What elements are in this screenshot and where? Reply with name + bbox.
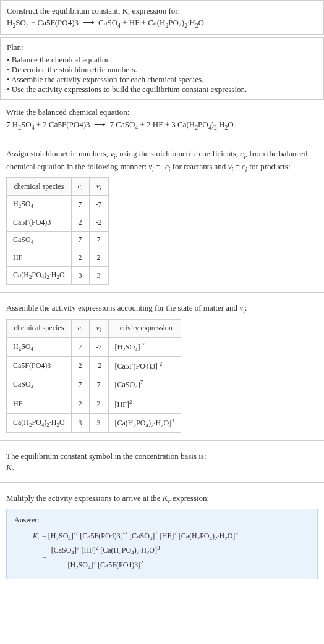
cell-c: 3 xyxy=(71,413,89,432)
kc-expression-line1: Kc = [H2SO4]-7 [Ca5F(PO4)3]-2 [CaSO4]7 [… xyxy=(14,529,310,544)
activity-table: chemical species ci νi activity expressi… xyxy=(6,319,181,433)
cell-v: -7 xyxy=(89,196,108,214)
table-row: CaSO477 xyxy=(7,231,109,249)
kc-expression-line2: = [CaSO4]7 [HF]2 [Ca(H2PO4)2·H2O]3 [H2SO… xyxy=(14,543,310,572)
th-species: chemical species xyxy=(7,319,72,337)
plan-header: Plan: xyxy=(7,43,317,52)
cell-activity: [H2SO4]-7 xyxy=(108,338,181,357)
cell-c: 2 xyxy=(71,249,89,267)
cell-species: Ca(H2PO4)2·H2O xyxy=(7,267,72,285)
plan-list: Balance the chemical equation. Determine… xyxy=(7,55,317,94)
th-species: chemical species xyxy=(7,177,72,195)
answer-label: Answer: xyxy=(14,516,310,525)
divider xyxy=(0,440,324,441)
activity-section: Assemble the activity expressions accoun… xyxy=(0,298,324,435)
cell-activity: [CaSO4]7 xyxy=(108,375,181,395)
table-row: Ca(H2PO4)2·H2O33[Ca(H2PO4)2·H2O]3 xyxy=(7,413,181,432)
cell-c: 2 xyxy=(71,214,89,231)
kc-symbol-line2: Kc xyxy=(6,462,318,474)
table-row: H2SO47-7[H2SO4]-7 xyxy=(7,338,181,357)
cell-c: 2 xyxy=(71,357,89,375)
plan-item: Assemble the activity expression for eac… xyxy=(7,75,317,85)
intro-equation: H2SO4 + Ca5F(PO4)3 ⟶ CaSO4 + HF + Ca(H2P… xyxy=(7,18,317,29)
table-header-row: chemical species ci νi xyxy=(7,177,109,195)
cell-v: -7 xyxy=(89,338,108,357)
answer-box: Answer: Kc = [H2SO4]-7 [Ca5F(PO4)3]-2 [C… xyxy=(6,509,318,579)
cell-v: 7 xyxy=(89,375,108,395)
plan-item: Determine the stoichiometric numbers. xyxy=(7,65,317,75)
th-c: ci xyxy=(71,177,89,195)
multiply-header: Mulitply the activity expressions to arr… xyxy=(6,493,318,505)
divider xyxy=(0,138,324,138)
table-row: CaSO477[CaSO4]7 xyxy=(7,375,181,395)
cell-activity: [Ca5F(PO4)3]-2 xyxy=(108,357,181,375)
kc-symbol-line1: The equilibrium constant symbol in the c… xyxy=(6,451,318,462)
stoich-header: Assign stoichiometric numbers, νi, using… xyxy=(6,148,318,173)
cell-v: 2 xyxy=(89,249,108,267)
cell-v: -2 xyxy=(89,357,108,375)
cell-activity: [Ca(H2PO4)2·H2O]3 xyxy=(108,413,181,432)
balanced-equation: 7 H2SO4 + 2 Ca5F(PO4)3 ⟶ 7 CaSO4 + 2 HF … xyxy=(6,120,318,131)
cell-v: -2 xyxy=(89,214,108,231)
intro-prompt-text: Construct the equilibrium constant, K, e… xyxy=(7,6,180,15)
table-row: Ca5F(PO4)32-2[Ca5F(PO4)3]-2 xyxy=(7,357,181,375)
th-c: ci xyxy=(71,319,89,337)
th-v: νi xyxy=(89,319,108,337)
fraction: [CaSO4]7 [HF]2 [Ca(H2PO4)2·H2O]3 [H2SO4]… xyxy=(49,543,163,572)
intro-prompt: Construct the equilibrium constant, K, e… xyxy=(7,6,317,17)
divider xyxy=(0,482,324,483)
intro-section: Construct the equilibrium constant, K, e… xyxy=(0,0,324,35)
cell-species: HF xyxy=(7,249,72,267)
cell-c: 7 xyxy=(71,338,89,357)
balanced-section: Write the balanced chemical equation: 7 … xyxy=(0,102,324,133)
table-header-row: chemical species ci νi activity expressi… xyxy=(7,319,181,337)
cell-v: 3 xyxy=(89,413,108,432)
cell-v: 2 xyxy=(89,395,108,413)
cell-c: 7 xyxy=(71,375,89,395)
plan-item: Use the activity expressions to build th… xyxy=(7,85,317,94)
cell-c: 7 xyxy=(71,231,89,249)
table-row: HF22[HF]2 xyxy=(7,395,181,413)
cell-activity: [HF]2 xyxy=(108,395,181,413)
cell-c: 3 xyxy=(71,267,89,285)
cell-v: 3 xyxy=(89,267,108,285)
divider xyxy=(0,292,324,293)
cell-c: 7 xyxy=(71,196,89,214)
th-activity: activity expression xyxy=(108,319,181,337)
cell-species: Ca(H2PO4)2·H2O xyxy=(7,413,72,432)
cell-species: H2SO4 xyxy=(7,338,72,357)
table-row: Ca5F(PO4)32-2 xyxy=(7,214,109,231)
balanced-header: Write the balanced chemical equation: xyxy=(6,107,318,117)
kc-symbol-section: The equilibrium constant symbol in the c… xyxy=(0,446,324,477)
plan-item: Balance the chemical equation. xyxy=(7,55,317,65)
fraction-denominator: [H2SO4]7 [Ca5F(PO4)3]2 xyxy=(49,558,163,572)
cell-v: 7 xyxy=(89,231,108,249)
cell-species: Ca5F(PO4)3 xyxy=(7,357,72,375)
activity-header: Assemble the activity expressions accoun… xyxy=(6,303,318,315)
stoich-table: chemical species ci νi H2SO47-7 Ca5F(PO4… xyxy=(6,177,109,285)
cell-c: 2 xyxy=(71,395,89,413)
table-row: Ca(H2PO4)2·H2O33 xyxy=(7,267,109,285)
cell-species: Ca5F(PO4)3 xyxy=(7,214,72,231)
multiply-section: Mulitply the activity expressions to arr… xyxy=(0,488,324,582)
fraction-numerator: [CaSO4]7 [HF]2 [Ca(H2PO4)2·H2O]3 xyxy=(49,543,163,558)
stoich-section: Assign stoichiometric numbers, νi, using… xyxy=(0,143,324,287)
plan-section: Plan: Balance the chemical equation. Det… xyxy=(0,37,324,100)
cell-species: H2SO4 xyxy=(7,196,72,214)
cell-species: CaSO4 xyxy=(7,231,72,249)
cell-species: CaSO4 xyxy=(7,375,72,395)
th-v: νi xyxy=(89,177,108,195)
cell-species: HF xyxy=(7,395,72,413)
table-row: H2SO47-7 xyxy=(7,196,109,214)
table-row: HF22 xyxy=(7,249,109,267)
